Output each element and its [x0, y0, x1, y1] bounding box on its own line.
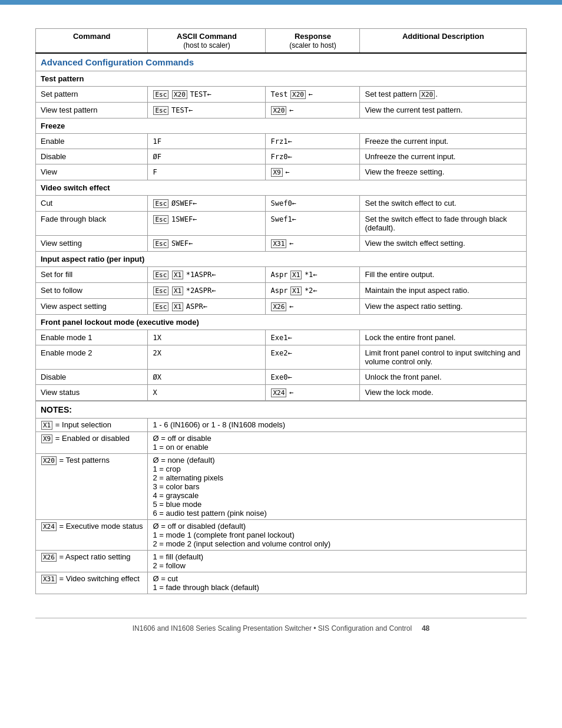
desc-set-follow: Maintain the input aspect ratio. — [360, 283, 527, 299]
resp-lockout-disable: Exe0← — [266, 370, 360, 385]
kbd-esc2: Esc — [153, 106, 168, 115]
notes-title: NOTES: — [36, 401, 527, 419]
desc-freeze-enable: Freeze the current input. — [360, 134, 527, 149]
table-row: Cut Esc ØSWEF← Swef0← Set the switch eff… — [36, 196, 527, 212]
desc-view-setting: View the switch effect setting. — [360, 236, 527, 252]
desc-view-aspect: View the aspect ratio setting. — [360, 299, 527, 315]
desc-set-fill: Fill the entire output. — [360, 267, 527, 283]
desc-enable-mode1: Lock the entire front panel. — [360, 330, 527, 345]
table-header-row: Command ASCII Command (host to scaler) R… — [36, 29, 527, 54]
ascii-lockout-disable: ØX — [148, 370, 266, 385]
subsection-aspect: Input aspect ratio (per input) — [36, 252, 527, 267]
ascii-enable-mode1: 1X — [148, 330, 266, 345]
col4-label: Additional Description — [402, 32, 484, 41]
note-label-x20: X20 = Test patterns — [36, 454, 148, 520]
section-title-text: Advanced Configuration Commands — [41, 57, 194, 67]
table-row: Enable mode 1 1X Exe1← Lock the entire f… — [36, 330, 527, 345]
resp-freeze-view: X9 ← — [266, 164, 360, 180]
ascii-fade: Esc 1SWEF← — [148, 212, 266, 236]
main-table: Command ASCII Command (host to scaler) R… — [35, 28, 527, 594]
col-command: Command — [36, 29, 148, 54]
desc-view-status: View the lock mode. — [360, 385, 527, 401]
section-header-row: Advanced Configuration Commands — [36, 53, 527, 71]
resp-view-setting: X31 ← — [266, 236, 360, 252]
cmd-lockout-disable: Disable — [36, 370, 148, 385]
ascii-set-fill: Esc X1 *1ASPR← — [148, 267, 266, 283]
table-row: Set for fill Esc X1 *1ASPR← Aspr X1 *1← … — [36, 267, 527, 283]
ascii-freeze-disable: ØF — [148, 149, 266, 164]
ascii-view-setting: Esc SWEF← — [148, 236, 266, 252]
desc-freeze-view: View the freeze setting. — [360, 164, 527, 180]
subsection-label: Test pattern — [36, 71, 527, 87]
desc-cut: Set the switch effect to cut. — [360, 196, 527, 212]
ascii-set-follow: Esc X1 *2ASPR← — [148, 283, 266, 299]
note-row-x26: X26 = Aspect ratio setting 1 = fill (def… — [36, 551, 527, 572]
cmd-view-aspect: View aspect setting — [36, 299, 148, 315]
cmd-set-fill: Set for fill — [36, 267, 148, 283]
resp-enable-mode2: Exe2← — [266, 345, 360, 370]
table-row: Disable ØX Exe0← Unlock the front panel. — [36, 370, 527, 385]
note-value-x31: Ø = cut 1 = fade through black (default) — [148, 572, 527, 594]
cmd-enable-mode2: Enable mode 2 — [36, 345, 148, 370]
notes-header-row: NOTES: — [36, 401, 527, 419]
ascii-text: TEST← — [190, 90, 211, 98]
resp-freeze-enable: Frz1← — [266, 134, 360, 149]
resp-set-pattern: Test X20 ← — [266, 87, 360, 103]
resp-view-status: X24 ← — [266, 385, 360, 401]
desc-fade: Set the switch effect to fade through bl… — [360, 212, 527, 236]
resp-view-aspect: X26 ← — [266, 299, 360, 315]
top-bar — [0, 0, 562, 5]
table-row: Set pattern Esc X20 TEST← Test X20 ← Set… — [36, 87, 527, 103]
desc-freeze-disable: Unfreeze the current input. — [360, 149, 527, 164]
note-value-x20: Ø = none (default) 1 = crop 2 = alternat… — [148, 454, 527, 520]
cmd-set-follow: Set to follow — [36, 283, 148, 299]
ascii-cut: Esc ØSWEF← — [148, 196, 266, 212]
note-row-x24: X24 = Executive mode status Ø = off or d… — [36, 520, 527, 551]
desc-view-test: View the current test pattern. — [360, 103, 527, 118]
col3-label-1: Response — [295, 32, 331, 41]
cmd-freeze-view: View — [36, 164, 148, 180]
resp-x20: X20 — [290, 90, 306, 99]
table-row: View aspect setting Esc X1 ASPR← X26 ← V… — [36, 299, 527, 315]
desc-enable-mode2: Limit front panel control to input switc… — [360, 345, 527, 370]
resp-enable-mode1: Exe1← — [266, 330, 360, 345]
note-value-x9: Ø = off or disable 1 = on or enable — [148, 432, 527, 454]
resp-set-fill: Aspr X1 *1← — [266, 267, 360, 283]
subsection-freeze: Freeze — [36, 118, 527, 134]
resp-cut: Swef0← — [266, 196, 360, 212]
cmd-freeze-enable: Enable — [36, 134, 148, 149]
ascii-enable-mode2: 2X — [148, 345, 266, 370]
resp-freeze-disable: Frz0← — [266, 149, 360, 164]
note-label-x24: X24 = Executive mode status — [36, 520, 148, 551]
table-row: Disable ØF Frz0← Unfreeze the current in… — [36, 149, 527, 164]
desc-set-pattern: Set test pattern X20. — [360, 87, 527, 103]
note-row-x31: X31 = Video switching effect Ø = cut 1 =… — [36, 572, 527, 594]
cmd-fade: Fade through black — [36, 212, 148, 236]
ascii-view-aspect: Esc X1 ASPR← — [148, 299, 266, 315]
cmd-view-setting: View setting — [36, 236, 148, 252]
page-footer: IN1606 and IN1608 Series Scaling Present… — [35, 618, 527, 633]
col-ascii: ASCII Command (host to scaler) — [148, 29, 266, 54]
note-row-x20: X20 = Test patterns Ø = none (default) 1… — [36, 454, 527, 520]
subsection-test-pattern: Test pattern — [36, 71, 527, 87]
kbd-esc: Esc — [153, 90, 168, 99]
col-description: Additional Description — [360, 29, 527, 54]
table-row: Enable 1F Frz1← Freeze the current input… — [36, 134, 527, 149]
page-number: 48 — [422, 624, 429, 633]
ascii-view-status: X — [148, 385, 266, 401]
page-content: Command ASCII Command (host to scaler) R… — [0, 5, 562, 656]
ascii-view-test: Esc TEST← — [148, 103, 266, 118]
table-row: View F X9 ← View the freeze setting. — [36, 164, 527, 180]
cmd-view-test: View test pattern — [36, 103, 148, 118]
cmd-freeze-disable: Disable — [36, 149, 148, 164]
subsection-label: Front panel lockout mode (executive mode… — [36, 315, 527, 330]
footer-text: IN1606 and IN1608 Series Scaling Present… — [133, 624, 412, 633]
resp-view-test: X20 ← — [266, 103, 360, 118]
cmd-cut: Cut — [36, 196, 148, 212]
ascii-set-pattern: Esc X20 TEST← — [148, 87, 266, 103]
ascii-freeze-enable: 1F — [148, 134, 266, 149]
note-label-x31: X31 = Video switching effect — [36, 572, 148, 594]
kbd-x20: X20 — [172, 90, 187, 99]
note-row-x1: X1 = Input selection 1 - 6 (IN1606) or 1… — [36, 419, 527, 432]
table-row: View status X X24 ← View the lock mode. — [36, 385, 527, 401]
